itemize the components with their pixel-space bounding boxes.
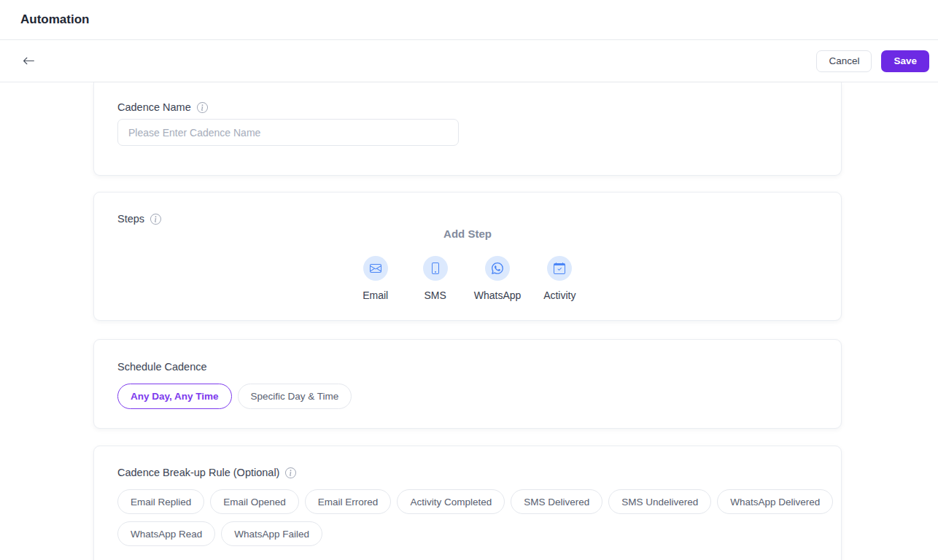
breakup-rule-pill[interactable]: WhatsApp Failed xyxy=(221,521,322,546)
step-type-activity[interactable]: Activity xyxy=(538,256,581,301)
step-type-label: Email xyxy=(363,289,388,301)
breakup-rule-label: Cadence Break-up Rule (Optional) xyxy=(117,467,279,478)
schedule-option-specific-day[interactable]: Specific Day & Time xyxy=(238,384,352,409)
breakup-rule-card: Cadence Break-up Rule (Optional) Email R… xyxy=(93,446,842,560)
info-icon[interactable] xyxy=(197,102,208,113)
schedule-cadence-label: Schedule Cadence xyxy=(117,361,207,373)
step-type-label: Activity xyxy=(543,289,575,301)
whatsapp-icon xyxy=(485,256,510,281)
breakup-label-row: Cadence Break-up Rule (Optional) xyxy=(117,467,818,478)
step-type-email[interactable]: Email xyxy=(354,256,397,301)
breakup-rule-pill[interactable]: WhatsApp Read xyxy=(117,521,215,546)
schedule-option-any-day[interactable]: Any Day, Any Time xyxy=(117,384,232,409)
sms-icon xyxy=(423,256,448,281)
schedule-cadence-card: Schedule Cadence Any Day, Any Time Speci… xyxy=(93,339,842,429)
app-header: Automation xyxy=(0,0,938,40)
cadence-name-card: Cadence Name xyxy=(93,82,842,176)
save-button[interactable]: Save xyxy=(881,50,929,72)
breakup-rule-pill[interactable]: Email Errored xyxy=(305,489,392,514)
add-step-block: Add Step Email SMS xyxy=(117,228,818,301)
breakup-rule-pill[interactable]: Email Replied xyxy=(117,489,204,514)
step-type-whatsapp[interactable]: WhatsApp xyxy=(474,256,522,301)
breakup-rule-pill[interactable]: Email Opened xyxy=(210,489,299,514)
breakup-rule-pill[interactable]: Activity Completed xyxy=(397,489,505,514)
step-type-sms[interactable]: SMS xyxy=(414,256,457,301)
breakup-rules-row: Email Replied Email Opened Email Errored… xyxy=(117,489,847,546)
cadence-name-input[interactable] xyxy=(117,119,459,146)
step-type-label: WhatsApp xyxy=(474,289,522,301)
add-step-title: Add Step xyxy=(443,228,492,240)
steps-card: Steps Add Step Email SMS xyxy=(93,192,842,321)
cancel-button[interactable]: Cancel xyxy=(816,50,872,72)
schedule-label-row: Schedule Cadence xyxy=(117,361,818,373)
email-icon xyxy=(363,256,388,281)
info-icon[interactable] xyxy=(150,214,161,225)
page-title: Automation xyxy=(20,12,89,27)
steps-label: Steps xyxy=(117,213,144,225)
activity-icon xyxy=(547,256,572,281)
main-content: Cadence Name Steps Add Step Email xyxy=(0,82,938,560)
toolbar: Cancel Save xyxy=(0,40,938,82)
cadence-name-label: Cadence Name xyxy=(117,101,191,113)
step-type-label: SMS xyxy=(425,289,446,301)
arrow-left-icon xyxy=(23,55,35,67)
info-icon[interactable] xyxy=(285,467,296,478)
step-type-row: Email SMS WhatsApp xyxy=(354,256,581,301)
breakup-rule-pill[interactable]: WhatsApp Delivered xyxy=(717,489,833,514)
toolbar-actions: Cancel Save xyxy=(816,50,929,72)
breakup-rule-pill[interactable]: SMS Undelivered xyxy=(608,489,711,514)
back-button[interactable] xyxy=(16,49,41,74)
schedule-options-row: Any Day, Any Time Specific Day & Time xyxy=(117,384,818,409)
steps-label-row: Steps xyxy=(117,213,818,225)
cadence-name-label-row: Cadence Name xyxy=(117,101,818,113)
breakup-rule-pill[interactable]: SMS Delivered xyxy=(511,489,602,514)
